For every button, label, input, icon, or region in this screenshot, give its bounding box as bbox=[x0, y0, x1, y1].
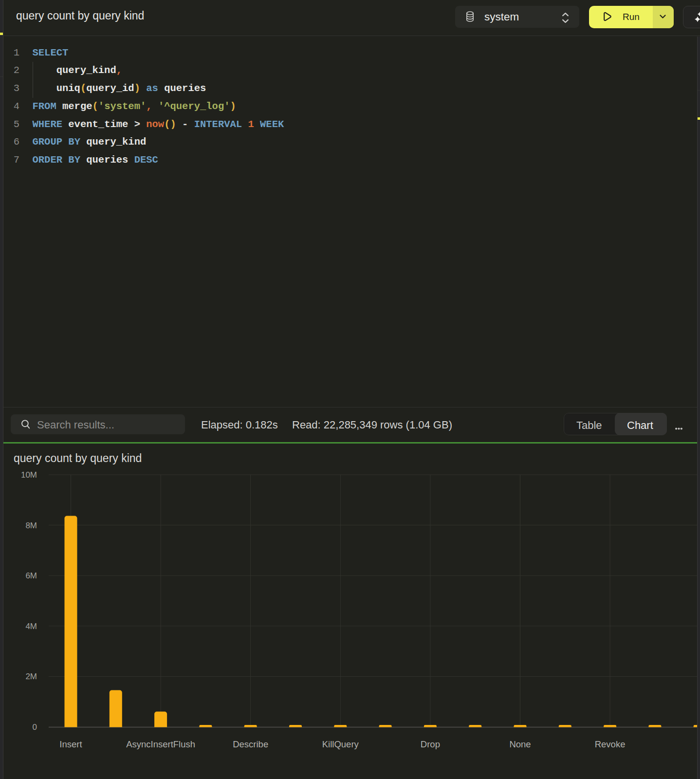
svg-text:Insert: Insert bbox=[59, 739, 82, 749]
svg-text:Drop: Drop bbox=[421, 739, 440, 749]
svg-text:None: None bbox=[509, 739, 531, 749]
svg-text:Describe: Describe bbox=[233, 739, 268, 749]
svg-text:2M: 2M bbox=[25, 672, 37, 681]
svg-text:10M: 10M bbox=[21, 470, 37, 480]
svg-text:8M: 8M bbox=[25, 521, 37, 530]
svg-text:6M: 6M bbox=[25, 571, 37, 580]
svg-text:AsyncInsertFlush: AsyncInsertFlush bbox=[126, 739, 195, 749]
svg-text:4M: 4M bbox=[25, 622, 37, 631]
svg-text:0: 0 bbox=[33, 723, 37, 732]
svg-text:Revoke: Revoke bbox=[595, 739, 626, 749]
svg-text:KillQuery: KillQuery bbox=[322, 739, 359, 749]
